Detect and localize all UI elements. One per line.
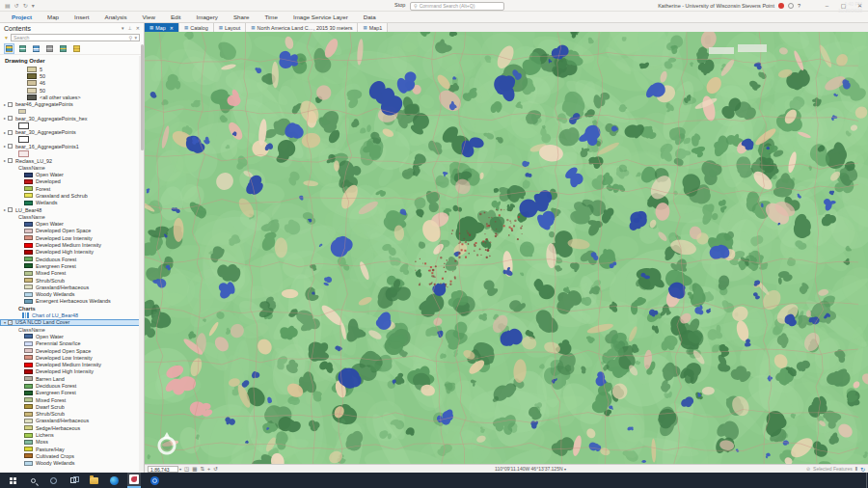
taskbar-search-icon[interactable] bbox=[26, 473, 40, 488]
list-by-labeling-icon[interactable] bbox=[71, 43, 82, 54]
tree-row-50[interactable]: 50 bbox=[0, 87, 144, 94]
scale-dropdown-icon[interactable]: ▾ bbox=[179, 467, 181, 472]
locate-icon[interactable]: ◳ bbox=[184, 466, 189, 472]
ribbon-tab-time[interactable]: Time bbox=[257, 12, 285, 23]
tree-row-5[interactable]: 5 bbox=[0, 66, 144, 72]
taskbar-office-app-icon[interactable] bbox=[148, 473, 161, 488]
tree-row-open-water[interactable]: Open Water bbox=[0, 171, 144, 177]
ribbon-tab-edit[interactable]: Edit bbox=[163, 12, 189, 23]
save-icon[interactable]: ▤ bbox=[5, 0, 11, 12]
tree-row-grassland-herbaceous[interactable]: Grassland/Herbaceous bbox=[0, 284, 144, 290]
tree-row-open-water[interactable]: Open Water bbox=[0, 333, 144, 339]
tree-row-forest[interactable]: Forest bbox=[0, 185, 144, 192]
tree-row-50[interactable]: 50 bbox=[0, 72, 144, 79]
command-search-input[interactable]: ⚲ Command Search (Alt+Q) bbox=[410, 2, 504, 11]
layer-checkbox[interactable] bbox=[8, 144, 13, 149]
tree-row-wetlands[interactable]: Wetlands bbox=[0, 200, 144, 206]
layer-checkbox[interactable]: ✓ bbox=[8, 320, 13, 325]
map-canvas[interactable] bbox=[145, 32, 868, 464]
tree-row-developed-high-intensity[interactable]: Developed High Intensity bbox=[0, 249, 144, 256]
tree-row-swatch[interactable] bbox=[0, 108, 144, 115]
refresh-map-icon[interactable]: ↻ bbox=[860, 466, 865, 473]
pin-icon[interactable]: ⊥ bbox=[127, 25, 131, 31]
bell-icon[interactable] bbox=[788, 3, 794, 9]
list-by-selection-icon[interactable] bbox=[31, 43, 41, 54]
taskbar-start-icon[interactable] bbox=[6, 473, 19, 488]
ribbon-tab-project[interactable]: Project bbox=[4, 12, 40, 23]
layer-item-bear46-aggregatepoints[interactable]: ▸bear46_AggregatePoints bbox=[0, 100, 144, 107]
tree-row-deciduous-forest[interactable]: Deciduous Forest bbox=[0, 256, 144, 262]
contents-search-input[interactable]: Search ⚲ ▾ bbox=[11, 34, 140, 41]
tree-row-evergreen-forest[interactable]: Evergreen Forest bbox=[0, 390, 144, 396]
tree-row-woody-wetlands[interactable]: Woody Wetlands bbox=[0, 460, 144, 467]
ribbon-tab-image-service-layer[interactable]: Image Service Layer bbox=[285, 12, 356, 23]
taskbar-clock[interactable]: 1:40 PM 10/30/2023 bbox=[838, 1, 862, 14]
ribbon-tab-share[interactable]: Share bbox=[226, 12, 258, 23]
flip-icon[interactable]: ⇅ bbox=[200, 466, 204, 472]
taskbar-arcgis-pro-icon[interactable] bbox=[127, 473, 141, 488]
layer-checkbox[interactable] bbox=[8, 102, 13, 107]
tree-row-classname[interactable]: ClassName bbox=[0, 326, 144, 333]
tree-row-barren-land[interactable]: Barren Land bbox=[0, 375, 144, 382]
symbol-swatch[interactable] bbox=[18, 150, 29, 157]
symbol-swatch[interactable] bbox=[18, 122, 29, 129]
add-icon[interactable]: + bbox=[207, 466, 210, 472]
list-by-editing-icon[interactable] bbox=[44, 43, 55, 54]
tree-row-deciduous-forest[interactable]: Deciduous Forest bbox=[0, 382, 144, 389]
tree-row-shrub-scrub[interactable]: Shrub/Scrub bbox=[0, 277, 144, 284]
view-tab-map1[interactable]: ▦Map1 bbox=[358, 23, 388, 32]
close-tab-icon[interactable]: ✕ bbox=[170, 25, 174, 31]
view-tab-layout[interactable]: ▦Layout bbox=[214, 23, 246, 32]
tree-row-grassland-herbaceous[interactable]: Grassland/Herbaceous bbox=[0, 418, 144, 424]
layer-checkbox[interactable] bbox=[8, 207, 13, 212]
layer-item-usa-nlcd-land-cover[interactable]: ▾✓USA NLCD Land Cover bbox=[0, 319, 144, 326]
layer-item-reclass-lu-92[interactable]: ▸Reclass_LU_92 bbox=[0, 157, 144, 164]
tree-row-grassland-and-schrub[interactable]: Grassland and Schrub bbox=[0, 192, 144, 199]
view-tab-catalog[interactable]: ▦Catalog bbox=[179, 23, 214, 32]
tree-row-developed-low-intensity[interactable]: Developed Low Intensity bbox=[0, 354, 144, 361]
refresh-icon[interactable]: ↺ bbox=[213, 466, 218, 472]
coordinate-readout[interactable]: 110°09'11.140W 46°13'37.125N ▾ bbox=[424, 466, 637, 472]
tree-row-pasture-hay[interactable]: Pasture/Hay bbox=[0, 446, 144, 452]
tree-row-chart-of-lu-bear48[interactable]: Chart of LU_Bear48 bbox=[0, 312, 144, 318]
ribbon-tab-map[interactable]: Map bbox=[40, 12, 67, 23]
redo-icon[interactable]: ↻ bbox=[23, 0, 28, 12]
ribbon-tab-data[interactable]: Data bbox=[356, 12, 384, 23]
tree-row-developed-open-space[interactable]: Developed Open Space bbox=[0, 347, 144, 354]
scrollbar-thumb[interactable] bbox=[141, 44, 144, 150]
undo-icon[interactable]: ↺ bbox=[14, 0, 19, 12]
notification-badge[interactable] bbox=[778, 3, 784, 9]
tree-row-mixed-forest[interactable]: Mixed Forest bbox=[0, 270, 144, 277]
symbol-swatch[interactable] bbox=[18, 136, 29, 143]
tree-row-swatch[interactable] bbox=[0, 136, 144, 143]
close-panel-icon[interactable]: ✕ bbox=[136, 25, 140, 31]
tree-row-developed-medium-intensity[interactable]: Developed Medium Intensity bbox=[0, 361, 144, 367]
coordinate-dropdown-icon[interactable]: ▾ bbox=[564, 467, 566, 472]
layer-checkbox[interactable] bbox=[8, 116, 13, 121]
tree-row-developed[interactable]: Developed bbox=[0, 178, 144, 185]
tree-row-evergreen-forest[interactable]: Evergreen Forest bbox=[0, 262, 144, 269]
tree-row-emergent-herbaceous-wetlands[interactable]: Emergent Herbaceous Wetlands bbox=[0, 298, 144, 305]
tree-row-swatch[interactable] bbox=[0, 150, 144, 157]
taskbar-task-view-icon[interactable] bbox=[67, 473, 80, 488]
tree-row-developed-medium-intensity[interactable]: Developed Medium Intensity bbox=[0, 241, 144, 248]
ribbon-tab-view[interactable]: View bbox=[135, 12, 163, 23]
view-tab-map[interactable]: ▦Map✕ bbox=[145, 23, 179, 32]
minimize-button[interactable]: – bbox=[819, 0, 835, 12]
tree-row--all-other-values-[interactable]: <all other values> bbox=[0, 94, 144, 100]
tree-row-woody-wetlands[interactable]: Woody Wetlands bbox=[0, 291, 144, 298]
list-by-snapping-icon[interactable] bbox=[58, 43, 68, 54]
layer-item-bear-30-aggregatepoints[interactable]: ▸bear_30_AggregatePoints bbox=[0, 129, 144, 136]
account-name[interactable]: Katherine - University of Wisconsin Stev… bbox=[658, 3, 774, 9]
grid-icon[interactable]: ▦ bbox=[192, 466, 197, 472]
tree-row-moss[interactable]: Moss bbox=[0, 439, 144, 446]
layer-item-bear-30-aggregatepoints-hex[interactable]: ▸bear_30_AggregatePoints_hex bbox=[0, 115, 144, 122]
tree-row-charts[interactable]: Charts bbox=[0, 305, 144, 312]
tree-row-sedge-herbaceous[interactable]: Sedge/Herbaceous bbox=[0, 424, 144, 431]
tree-row-46[interactable]: 46 bbox=[0, 80, 144, 87]
ribbon-tab-insert[interactable]: Insert bbox=[67, 12, 96, 23]
tree-row-developed-high-intensity[interactable]: Developed High Intensity bbox=[0, 368, 144, 375]
tree-row-classname[interactable]: ClassName bbox=[0, 213, 144, 220]
tree-row-developed-open-space[interactable]: Developed Open Space bbox=[0, 228, 144, 234]
scale-input[interactable]: 1:86,743 bbox=[148, 466, 178, 473]
